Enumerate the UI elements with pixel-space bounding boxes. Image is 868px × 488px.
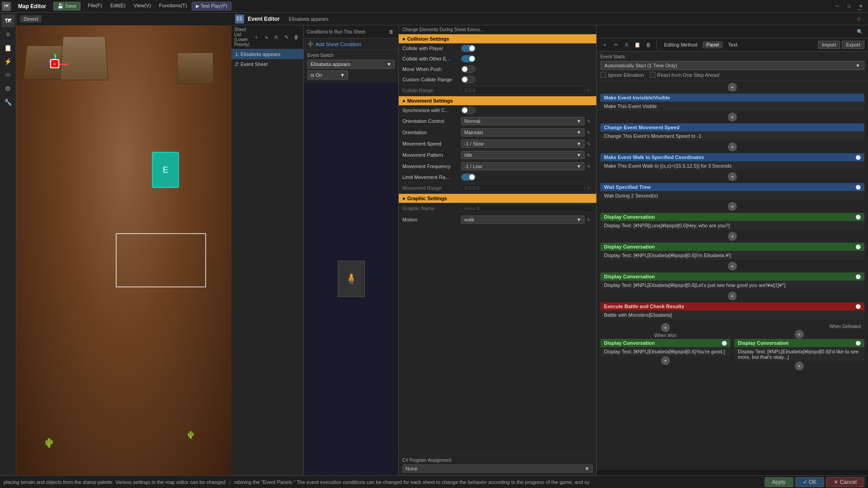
copy-sheet-btn[interactable]: ⎘ — [272, 33, 281, 42]
cmd-c2-header[interactable]: Display Conversation 🕐 — [600, 243, 864, 251]
movement-pattern-value: Idle ▼ ✎ — [461, 151, 593, 159]
dropdown-arrow: ▼ — [387, 61, 392, 67]
cmd-iv-header[interactable]: Make Event Invisible/Visible — [600, 94, 864, 102]
collide-other-toggle[interactable] — [461, 55, 476, 62]
status-text-1: placing terrain and objects from the sta… — [4, 479, 226, 485]
movement-freq-dropdown[interactable]: -1 / Low ▼ — [461, 162, 585, 170]
search-icon[interactable]: 🔍 — [855, 27, 864, 36]
ok-button[interactable]: ✓ OK — [795, 477, 825, 487]
save-button[interactable]: 💾 Save — [53, 2, 80, 10]
add-cmd-circle-1[interactable]: + — [728, 113, 737, 122]
toolbar-settings-icon[interactable]: ⚙ — [2, 82, 14, 95]
event-editor-minimize[interactable]: ─ — [854, 5, 864, 14]
command-list: + Make Event Invisible/Visible Make This… — [597, 81, 868, 470]
collide-other-value — [461, 55, 593, 62]
add-cmd-circle-4[interactable]: + — [728, 202, 737, 211]
toolbar-common-icon[interactable]: ♾ — [2, 69, 14, 81]
add-cmd-circle-2[interactable]: + — [728, 142, 737, 151]
insert-sheet-btn[interactable]: ↳ — [262, 33, 271, 42]
panel-tab[interactable]: Panel — [703, 41, 722, 48]
collide-range-edit-icon[interactable]: ✎ — [585, 86, 593, 94]
limit-movement-toggle[interactable] — [461, 174, 476, 181]
menu-file[interactable]: File(F) — [84, 2, 106, 10]
maximize-button[interactable]: □ — [844, 2, 854, 11]
collision-section-header[interactable]: ● Collision Settings — [399, 34, 596, 43]
sheet-list: Sheet List (Lower Priority) + ↳ ⎘ ✎ 🗑 1:… — [231, 25, 304, 475]
custom-collide-toggle[interactable] — [461, 76, 476, 83]
after-won-circle[interactable]: + — [661, 356, 670, 365]
import-button[interactable]: Import — [818, 41, 840, 49]
horizontal-scrollbar[interactable] — [597, 470, 868, 475]
cmd-scissor-btn[interactable]: ✂ — [611, 40, 620, 49]
movement-speed-dropdown[interactable]: -1 / Slow ▼ — [461, 140, 585, 148]
when-defeated-circle[interactable]: + — [795, 330, 804, 339]
add-cmd-circle-0[interactable]: + — [728, 83, 737, 92]
cmd-paste-btn[interactable]: 📋 — [633, 40, 642, 49]
elements-panel: Change Elements During Sheet Execu... ● … — [399, 25, 597, 475]
collide-player-toggle[interactable] — [461, 45, 476, 52]
cmd-iv-body: Make This Event Visible — [600, 102, 864, 111]
condition-dropdown[interactable]: is On ▼ — [307, 70, 348, 80]
motion-edit-icon[interactable]: ✎ — [585, 216, 593, 224]
motion-dropdown[interactable]: walk ▼ — [461, 216, 585, 224]
toolbar-layers-icon[interactable]: ≡ — [2, 28, 14, 41]
cmd-wt-header[interactable]: Wait Specified Time 🕐 — [600, 183, 864, 191]
move-when-push-toggle[interactable] — [461, 66, 476, 73]
add-condition-button[interactable]: ➕ Add Sheet Condition — [304, 38, 398, 50]
o-edit-icon[interactable]: ✎ — [585, 128, 593, 136]
when-won-circle[interactable]: + — [661, 323, 670, 332]
ms-edit-icon[interactable]: ✎ — [585, 140, 593, 148]
cmd-c1-header[interactable]: Display Conversation 🕐 — [600, 213, 864, 221]
sync-toggle[interactable] — [461, 107, 476, 114]
sheet-item-2[interactable]: 2: Event Sheet — [231, 59, 303, 69]
add-sheet-btn[interactable]: + — [252, 33, 261, 42]
cmd-battle-header[interactable]: Execute Battle and Check Results 🕐 — [600, 302, 864, 310]
toolbar-events-icon[interactable]: ⚡ — [2, 55, 14, 68]
toolbar-placed-icon[interactable]: 📋 — [2, 42, 14, 54]
auto-start-dropdown[interactable]: Automatically Start (1 Time Only) ▼ — [600, 61, 864, 70]
after-defeated-circle[interactable]: + — [795, 361, 804, 371]
delete-condition-btn[interactable]: 🗑 — [387, 27, 396, 36]
minimize-button[interactable]: ─ — [832, 2, 843, 11]
event-editor-maximize[interactable]: □ — [854, 14, 864, 23]
orientation-dropdown[interactable]: Maintain ▼ — [461, 128, 585, 136]
react-one-step-checkbox[interactable]: React from One Step Ahead — [650, 72, 720, 78]
toolbar-tools-icon[interactable]: 🔧 — [2, 96, 14, 108]
cmd-delete-btn[interactable]: 🗑 — [644, 40, 653, 49]
map-3d-scene[interactable]: E X Y Z 🌵 🌵 — [16, 25, 231, 475]
add-cmd-circle-6[interactable]: + — [728, 262, 737, 271]
edit-sheet-btn[interactable]: ✎ — [282, 33, 291, 42]
ignore-elevation-checkbox[interactable]: Ignore Elevation — [600, 72, 644, 78]
movement-section-header[interactable]: ● Movement Settings — [399, 96, 596, 105]
mf-edit-icon[interactable]: ✎ — [585, 162, 593, 170]
cancel-button[interactable]: ✕ Cancel — [826, 477, 864, 487]
cmd-add-btn[interactable]: + — [600, 40, 609, 49]
cmd-c3-header[interactable]: Display Conversation 🕐 — [600, 272, 864, 281]
sheet-item-1[interactable]: 1: Elisabeta appears — [231, 49, 303, 59]
menu-edit[interactable]: Edit(E) — [107, 2, 129, 10]
event-switch-dropdown[interactable]: Elisabeta appears ▼ — [307, 60, 395, 69]
add-cmd-circle-7[interactable]: + — [728, 291, 737, 300]
orientation-control-dropdown[interactable]: Normal ▼ — [461, 117, 585, 125]
mr-edit-icon[interactable]: ✎ — [585, 184, 593, 192]
add-cmd-circle-3[interactable]: + — [728, 172, 737, 181]
graphic-section-header[interactable]: ● Graphic Settings — [399, 194, 596, 203]
program-dropdown[interactable]: None ▼ — [402, 465, 593, 473]
menu-view[interactable]: View(V) — [130, 2, 155, 10]
cmd-ms-header[interactable]: Change Event Movement Speed — [600, 123, 864, 131]
mp-edit-icon[interactable]: ✎ — [585, 151, 593, 159]
cmd-defeated-header[interactable]: Display Conversation 🕐 — [734, 339, 864, 347]
menu-functions[interactable]: Functions(T) — [156, 2, 191, 10]
delete-sheet-btn[interactable]: 🗑 — [292, 33, 301, 42]
toolbar-map-icon[interactable]: 🗺 — [2, 14, 14, 27]
add-cmd-circle-5[interactable]: + — [728, 232, 737, 241]
movement-pattern-dropdown[interactable]: Idle ▼ — [461, 151, 585, 159]
cmd-copy-btn[interactable]: ⎘ — [622, 40, 631, 49]
cmd-won-header[interactable]: Display Conversation 🕐 — [600, 339, 731, 347]
cmd-wc-header[interactable]: Make Event Walk to Specified Coordinates… — [600, 153, 864, 161]
apply-button[interactable]: Apply — [764, 477, 793, 487]
test-play-button[interactable]: ▶ Test Play(P) — [192, 2, 231, 10]
oc-edit-icon[interactable]: ✎ — [585, 117, 593, 125]
text-tab[interactable]: Text — [725, 41, 741, 48]
export-button[interactable]: Export — [842, 41, 864, 49]
